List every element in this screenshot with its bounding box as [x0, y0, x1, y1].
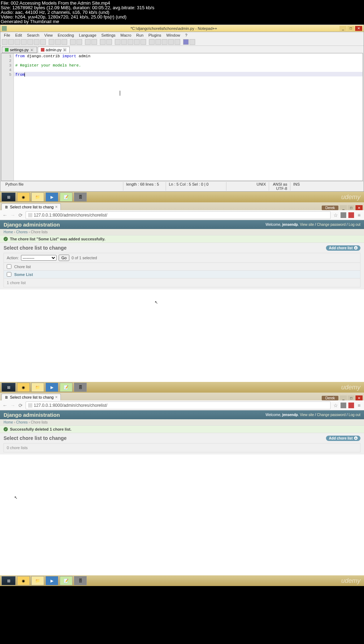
- tab-close-icon[interactable]: ×: [55, 204, 58, 209]
- breadcrumb-chores[interactable]: Chores: [16, 420, 28, 424]
- zoomout-icon[interactable]: [106, 39, 112, 45]
- menu-file[interactable]: File: [2, 33, 12, 38]
- taskbar-db-icon[interactable]: 🗄: [74, 576, 87, 585]
- menu-settings[interactable]: Settings: [99, 33, 118, 38]
- saveall-icon[interactable]: [21, 39, 27, 45]
- taskbar-chrome-icon[interactable]: ◉: [17, 192, 30, 202]
- url-input[interactable]: 127.0.0.1:8000/admin/chores/chorelist/: [26, 211, 331, 219]
- add-chorelist-button[interactable]: Add chore list +: [326, 436, 360, 441]
- menu-icon[interactable]: ≡: [356, 403, 362, 408]
- copy-icon[interactable]: [55, 39, 61, 45]
- minimize-button[interactable]: _: [339, 26, 347, 31]
- maximize-button[interactable]: □: [348, 395, 355, 400]
- new-icon[interactable]: [2, 39, 7, 45]
- action-select[interactable]: ---------: [21, 255, 57, 261]
- breadcrumb-home[interactable]: Home: [4, 230, 13, 234]
- indent-icon[interactable]: [134, 39, 140, 45]
- replace-icon[interactable]: [91, 39, 97, 45]
- logout-link[interactable]: Log out: [349, 223, 360, 227]
- url-input[interactable]: 127.0.0.1:8000/admin/chores/chorelist/: [26, 401, 331, 409]
- extension-icon[interactable]: [348, 212, 354, 218]
- allchars-icon[interactable]: [128, 39, 133, 45]
- taskbar-chrome-icon[interactable]: ◉: [17, 576, 30, 585]
- start-button[interactable]: ⊞: [1, 576, 16, 585]
- bookmark-star-icon[interactable]: ☆: [333, 212, 338, 218]
- reload-button[interactable]: ⟳: [18, 212, 23, 218]
- view-site-link[interactable]: View site: [300, 413, 314, 417]
- close-file-icon[interactable]: [27, 39, 33, 45]
- stop-icon[interactable]: [155, 39, 161, 45]
- play-icon[interactable]: [162, 39, 167, 45]
- column-header[interactable]: Chore list: [14, 265, 31, 269]
- breadcrumb-home[interactable]: Home: [4, 420, 13, 424]
- record-icon[interactable]: [149, 39, 155, 45]
- taskbar-powershell-icon[interactable]: ▶: [46, 192, 58, 202]
- row-checkbox[interactable]: [7, 272, 11, 277]
- chorelist-link[interactable]: Some List: [14, 272, 33, 277]
- forward-button[interactable]: →: [10, 403, 16, 408]
- extension-icon[interactable]: [348, 403, 354, 408]
- forward-button[interactable]: →: [10, 212, 16, 218]
- taskbar-chrome-icon[interactable]: ◉: [17, 383, 30, 392]
- chrome-user-badge[interactable]: Derek: [322, 396, 338, 400]
- notepad-titlebar[interactable]: *C:\django\chorelist\chores\admin.py - N…: [0, 25, 364, 32]
- menu-encoding[interactable]: Encoding: [55, 33, 76, 38]
- tab-close-icon[interactable]: ×: [55, 395, 58, 400]
- taskbar-notepad-icon[interactable]: 📝: [60, 383, 73, 392]
- windows-taskbar[interactable]: ⊞ ◉ 📁 ▶ 📝 🗄 udemy: [0, 382, 364, 393]
- reload-button[interactable]: ⟳: [18, 403, 23, 408]
- minimize-button[interactable]: _: [340, 395, 347, 400]
- taskbar-powershell-icon[interactable]: ▶: [46, 576, 58, 585]
- tab-settings-py[interactable]: settings.py ×: [2, 47, 37, 53]
- menu-macro[interactable]: Macro: [118, 33, 134, 38]
- zoomin-icon[interactable]: [100, 39, 106, 45]
- taskbar-db-icon[interactable]: 🗄: [74, 383, 87, 392]
- taskbar-db-icon[interactable]: 🗄: [74, 192, 87, 202]
- back-button[interactable]: ←: [2, 212, 8, 218]
- savemacro-icon[interactable]: [175, 39, 180, 45]
- tab-close-icon[interactable]: ×: [63, 48, 66, 52]
- extension-icon[interactable]: [341, 403, 346, 408]
- redo-icon[interactable]: [76, 39, 82, 45]
- print-icon[interactable]: [40, 39, 46, 45]
- wrap-icon[interactable]: [121, 39, 127, 45]
- taskbar-explorer-icon[interactable]: 📁: [31, 192, 44, 202]
- taskbar-explorer-icon[interactable]: 📁: [31, 576, 44, 585]
- extension-icon[interactable]: [341, 212, 346, 218]
- close-button[interactable]: ✕: [355, 26, 362, 31]
- close-button[interactable]: ✕: [355, 205, 363, 210]
- sync-icon[interactable]: [115, 39, 121, 45]
- bookmark-star-icon[interactable]: ☆: [333, 403, 338, 408]
- select-all-checkbox[interactable]: [7, 264, 11, 269]
- windows-taskbar[interactable]: ⊞ ◉ 📁 ▶ 📝 🗄 udemy: [0, 192, 364, 202]
- closeall-icon[interactable]: [34, 39, 39, 45]
- menu-window[interactable]: Window: [164, 33, 182, 38]
- tab-admin-py[interactable]: admin.py ×: [38, 47, 70, 53]
- compare-icon[interactable]: [189, 39, 195, 45]
- chrome-user-badge[interactable]: Derek: [322, 206, 338, 210]
- folder-icon[interactable]: [140, 39, 146, 45]
- browser-tab[interactable]: 🗎 Select chore list to chang ×: [1, 394, 61, 400]
- taskbar-explorer-icon[interactable]: 📁: [31, 383, 44, 392]
- save-icon[interactable]: [15, 39, 20, 45]
- change-password-link[interactable]: Change password: [317, 413, 346, 417]
- close-button[interactable]: ✕: [355, 395, 363, 400]
- breadcrumb-chores[interactable]: Chores: [16, 230, 28, 234]
- add-chorelist-button[interactable]: Add chore list +: [326, 245, 360, 251]
- logout-link[interactable]: Log out: [349, 413, 360, 417]
- start-button[interactable]: ⊞: [1, 192, 16, 202]
- menu-search[interactable]: Search: [25, 33, 42, 38]
- browser-tab[interactable]: 🗎 Select chore list to chang ×: [1, 203, 61, 210]
- tab-close-icon[interactable]: ×: [30, 48, 34, 52]
- windows-taskbar[interactable]: ⊞ ◉ 📁 ▶ 📝 🗄 udemy: [0, 575, 364, 586]
- menu-icon[interactable]: ≡: [356, 212, 362, 218]
- paste-icon[interactable]: [61, 39, 67, 45]
- maximize-button[interactable]: □: [348, 205, 355, 210]
- taskbar-notepad-icon[interactable]: 📝: [60, 192, 73, 202]
- change-password-link[interactable]: Change password: [317, 223, 346, 227]
- taskbar-powershell-icon[interactable]: ▶: [46, 383, 58, 392]
- back-button[interactable]: ←: [2, 403, 8, 408]
- taskbar-notepad-icon[interactable]: 📝: [60, 576, 73, 585]
- minimize-button[interactable]: _: [340, 205, 347, 210]
- menu-help[interactable]: ?: [183, 33, 189, 38]
